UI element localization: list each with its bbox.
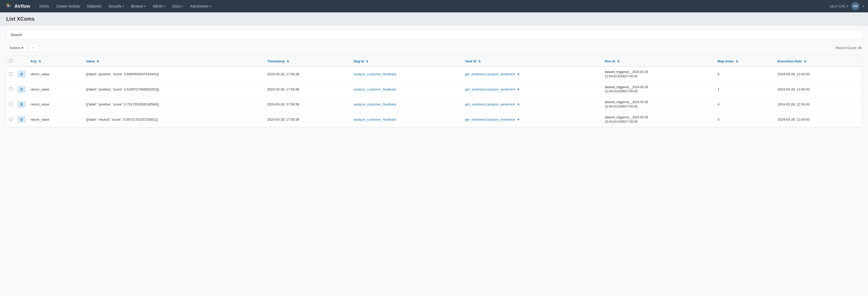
- brand[interactable]: Airflow: [4, 2, 30, 10]
- task-id-header[interactable]: Task Id ⇅: [462, 56, 602, 66]
- actions-dropdown-icon: ▾: [22, 46, 24, 50]
- row-action-cell: 🗑: [15, 66, 28, 82]
- toolbar: Actions ▾ ← Record Count: 46: [6, 44, 862, 52]
- value-sort-icon: ⇅: [97, 60, 99, 63]
- task-filter-icon-2: ▼: [517, 102, 520, 106]
- row-dag-id-3[interactable]: analyze_customer_feedback: [351, 112, 462, 127]
- table-row: 🗑 return_value [{'label': 'positive', 's…: [6, 97, 862, 112]
- row-key-1: return_value: [28, 82, 84, 97]
- map-index-header[interactable]: Map Index ⇅: [715, 56, 775, 66]
- dagid-sort-icon: ⇅: [366, 60, 368, 63]
- timestamp-header[interactable]: Timestamp ⇅: [265, 56, 351, 66]
- task-filter-icon-3: ▼: [517, 118, 520, 121]
- row-action-cell: 🗑: [15, 82, 28, 97]
- nav-astronomer[interactable]: Astronomer ▾: [187, 3, 214, 10]
- record-count: Record Count: 46: [836, 46, 862, 50]
- nav-admin[interactable]: Admin ▾: [150, 3, 168, 10]
- row-value-0: [{'label': 'positive', 'score': 0.896540…: [84, 66, 265, 82]
- back-button[interactable]: ←: [29, 44, 38, 52]
- mapindex-sort-icon: ⇅: [736, 60, 738, 63]
- row-execution-date-3: 2024-03-28, 12:04:43: [775, 112, 862, 127]
- row-task-id-3[interactable]: get_sentiment.analyze_sentiment ▼: [462, 112, 602, 127]
- key-header[interactable]: Key ⇅: [28, 56, 84, 66]
- brand-name: Airflow: [14, 4, 30, 9]
- row-checkbox-cell[interactable]: [6, 66, 15, 82]
- timestamp-sort-icon: ⇅: [287, 60, 289, 63]
- browse-dropdown-icon: ▾: [144, 5, 146, 8]
- delete-button-3[interactable]: 🗑: [18, 116, 26, 123]
- row-checkbox-cell[interactable]: [6, 97, 15, 112]
- toolbar-left: Actions ▾ ←: [6, 44, 38, 52]
- delete-button-0[interactable]: 🗑: [18, 71, 26, 77]
- table-row: 🗑 return_value [{'label': 'neutral', 'sc…: [6, 112, 862, 127]
- row-checkbox-3[interactable]: [9, 118, 12, 121]
- key-sort-icon: ⇅: [39, 60, 41, 63]
- xcoms-table: Key ⇅ Value ⇅ Timestamp ⇅ Dag Id ⇅: [6, 56, 862, 127]
- nav-security[interactable]: Security ▾: [105, 3, 127, 10]
- time-display[interactable]: 19:17 UTC ▾: [830, 4, 848, 8]
- page-header: List XComs: [0, 12, 868, 26]
- user-avatar[interactable]: AU: [851, 2, 860, 10]
- row-key-0: return_value: [28, 66, 84, 82]
- row-run-id-3: dataset_triggered__2024-03-2812:04:43.82…: [602, 112, 715, 127]
- row-dag-id-2[interactable]: analyze_customer_feedback: [351, 97, 462, 112]
- row-value-1: [{'label': 'positive', 'score': 0.524672…: [84, 82, 265, 97]
- row-action-cell: 🗑: [15, 97, 28, 112]
- execution-date-header[interactable]: Execution Date ⇅: [775, 56, 862, 66]
- table-header-row: Key ⇅ Value ⇅ Timestamp ⇅ Dag Id ⇅: [6, 56, 862, 66]
- value-header[interactable]: Value ⇅: [84, 56, 265, 66]
- run-id-header[interactable]: Run Id ⇅: [602, 56, 715, 66]
- row-dag-id-1[interactable]: analyze_customer_feedback: [351, 82, 462, 97]
- table-row: 🗑 return_value [{'label': 'positive', 's…: [6, 66, 862, 82]
- task-filter-icon-0: ▼: [517, 72, 520, 76]
- row-task-id-0[interactable]: get_sentiment.analyze_sentiment ▼: [462, 66, 602, 82]
- row-task-id-2[interactable]: get_sentiment.analyze_sentiment ▼: [462, 97, 602, 112]
- table-row: 🗑 return_value [{'label': 'positive', 's…: [6, 82, 862, 97]
- row-run-id-1: dataset_triggered__2024-03-2812:04:43.82…: [602, 82, 715, 97]
- security-dropdown-icon: ▾: [123, 5, 124, 8]
- runid-sort-icon: ⇅: [617, 60, 619, 63]
- docs-dropdown-icon: ▾: [182, 5, 183, 8]
- row-dag-id-0[interactable]: analyze_customer_feedback: [351, 66, 462, 82]
- row-action-cell: 🗑: [15, 112, 28, 127]
- admin-dropdown-icon: ▾: [164, 5, 165, 8]
- airflow-logo-icon: [4, 2, 12, 10]
- navbar: Airflow DAGs Cluster Activity Datasets S…: [0, 0, 868, 12]
- select-all-checkbox[interactable]: [9, 59, 12, 62]
- nav-browse[interactable]: Browse ▾: [128, 3, 149, 10]
- row-checkbox-cell[interactable]: [6, 82, 15, 97]
- nav-links: DAGs Cluster Activity Datasets Security …: [36, 3, 830, 10]
- row-timestamp-1: 2024-03-28, 17:59:38: [265, 82, 351, 97]
- nav-dags[interactable]: DAGs: [36, 3, 52, 10]
- astronomer-dropdown-icon: ▾: [210, 5, 211, 8]
- row-key-3: return_value: [28, 112, 84, 127]
- svg-point-1: [7, 5, 9, 6]
- time-dropdown-icon: ▾: [847, 5, 848, 8]
- execdate-sort-icon: ⇅: [804, 60, 806, 63]
- row-run-id-0: dataset_triggered__2024-03-2812:04:43.82…: [602, 66, 715, 82]
- delete-button-1[interactable]: 🗑: [18, 86, 26, 93]
- row-execution-date-0: 2024-03-28, 12:04:43: [775, 66, 862, 82]
- select-all-checkbox-header[interactable]: [6, 56, 15, 66]
- row-value-2: [{'label': 'positive', 'score': 0.751735…: [84, 97, 265, 112]
- row-checkbox-1[interactable]: [9, 87, 12, 90]
- search-bar[interactable]: Search ▾: [6, 30, 862, 40]
- row-checkbox-0[interactable]: [9, 72, 12, 76]
- nav-cluster-activity[interactable]: Cluster Activity: [53, 3, 83, 10]
- delete-button-2[interactable]: 🗑: [18, 101, 26, 108]
- user-dropdown-icon: ▾: [863, 5, 864, 8]
- nav-datasets[interactable]: Datasets: [84, 3, 104, 10]
- actions-button[interactable]: Actions ▾: [6, 44, 27, 52]
- nav-docs[interactable]: Docs ▾: [169, 3, 186, 10]
- row-checkbox-cell[interactable]: [6, 112, 15, 127]
- row-task-id-1[interactable]: get_sentiment.analyze_sentiment ▼: [462, 82, 602, 97]
- row-timestamp-2: 2024-03-28, 17:59:38: [265, 97, 351, 112]
- data-table: Key ⇅ Value ⇅ Timestamp ⇅ Dag Id ⇅: [6, 56, 862, 127]
- search-label: Search: [10, 33, 22, 37]
- row-key-2: return_value: [28, 97, 84, 112]
- dag-id-header[interactable]: Dag Id ⇅: [351, 56, 462, 66]
- row-map-index-2: 4: [715, 97, 775, 112]
- row-checkbox-2[interactable]: [9, 102, 12, 106]
- row-run-id-2: dataset_triggered__2024-03-2812:04:43.82…: [602, 97, 715, 112]
- table-body: 🗑 return_value [{'label': 'positive', 's…: [6, 66, 862, 127]
